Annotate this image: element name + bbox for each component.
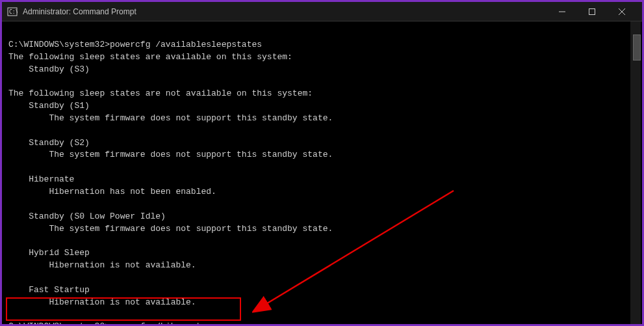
output-line: Hibernation is not available. bbox=[8, 297, 196, 307]
maximize-button[interactable] bbox=[577, 2, 607, 21]
svg-text:C:\: C:\ bbox=[9, 9, 18, 15]
prompt: C:\WINDOWS\system32> bbox=[8, 321, 110, 326]
scrollbar-thumb[interactable] bbox=[633, 34, 641, 61]
prompt: C:\WINDOWS\system32> bbox=[8, 40, 110, 49]
output-line: Standby (S1) bbox=[8, 101, 90, 111]
output-line: Hibernation is not available. bbox=[8, 260, 196, 270]
window-title: Administrator: Command Prompt bbox=[23, 7, 136, 16]
titlebar-left: C:\ Administrator: Command Prompt bbox=[7, 7, 136, 17]
minimize-button[interactable] bbox=[547, 2, 577, 21]
command: powercfg /availablesleepstates bbox=[110, 40, 262, 49]
close-button[interactable] bbox=[607, 2, 637, 21]
window-titlebar: C:\ Administrator: Command Prompt bbox=[2, 2, 642, 21]
svg-rect-3 bbox=[589, 8, 595, 14]
output-line: Hibernate bbox=[8, 174, 74, 184]
output-line: The following sleep states are not avail… bbox=[8, 88, 313, 98]
scrollbar-track[interactable] bbox=[630, 21, 641, 324]
output-line: Standby (S2) bbox=[8, 138, 90, 148]
output-line: The system firmware does not support thi… bbox=[8, 150, 333, 159]
output-line: Hibernation has not been enabled. bbox=[8, 187, 216, 197]
output-line: The following sleep states are available… bbox=[8, 52, 292, 62]
terminal-area[interactable]: C:\WINDOWS\system32>powercfg /availables… bbox=[2, 21, 642, 324]
window-controls bbox=[547, 2, 637, 21]
output-line: The system firmware does not support thi… bbox=[8, 113, 333, 123]
cmd-icon: C:\ bbox=[7, 7, 18, 17]
output-line: The system firmware does not support thi… bbox=[8, 224, 333, 234]
output-line: Fast Startup bbox=[8, 285, 90, 295]
terminal-output: C:\WINDOWS\system32>powercfg /availables… bbox=[8, 27, 636, 326]
output-line: Standby (S0 Low Power Idle) bbox=[8, 211, 166, 221]
output-line: Standby (S3) bbox=[8, 64, 90, 74]
command: powercfg /hibernate on bbox=[110, 321, 222, 326]
output-line: Hybrid Sleep bbox=[8, 248, 90, 258]
